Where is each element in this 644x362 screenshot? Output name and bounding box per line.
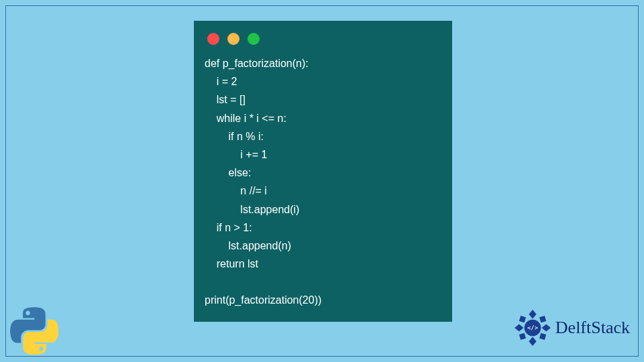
code-line: n //= i [205, 185, 267, 196]
svg-marker-4 [519, 316, 526, 322]
code-line: if n % i: [205, 131, 264, 142]
svg-marker-1 [529, 337, 536, 345]
brand-name: DelftStack [555, 318, 630, 338]
svg-marker-6 [519, 333, 526, 340]
python-logo-icon [10, 306, 58, 355]
code-block: def p_factorization(n): i = 2 lst = [] w… [205, 54, 441, 310]
svg-marker-7 [539, 333, 546, 340]
code-line: lst = [] [205, 94, 246, 105]
delftstack-emblem-icon: </> [514, 309, 551, 347]
code-line: while i * i <= n: [205, 113, 286, 124]
window-titlebar [205, 30, 441, 54]
code-line: return lst [205, 258, 258, 269]
code-line: if n > 1: [205, 222, 252, 233]
maximize-icon [248, 33, 260, 45]
code-window: def p_factorization(n): i = 2 lst = [] w… [194, 21, 452, 322]
code-line: print(p_factorization(20)) [205, 294, 321, 306]
code-line: else: [205, 167, 251, 178]
code-line: lst.append(i) [205, 204, 299, 215]
svg-marker-2 [515, 324, 523, 331]
canvas-frame: def p_factorization(n): i = 2 lst = [] w… [5, 5, 639, 357]
code-line: i += 1 [205, 149, 267, 160]
close-icon [207, 33, 219, 45]
brand-badge: </> DelftStack [514, 309, 630, 347]
code-line: def p_factorization(n): [205, 58, 309, 69]
code-line: i = 2 [205, 76, 237, 87]
minimize-icon [227, 33, 239, 45]
svg-text:</>: </> [527, 324, 538, 331]
svg-marker-0 [529, 310, 536, 318]
svg-marker-3 [541, 324, 550, 331]
svg-marker-5 [539, 316, 546, 322]
code-line: lst.append(n) [205, 240, 291, 251]
